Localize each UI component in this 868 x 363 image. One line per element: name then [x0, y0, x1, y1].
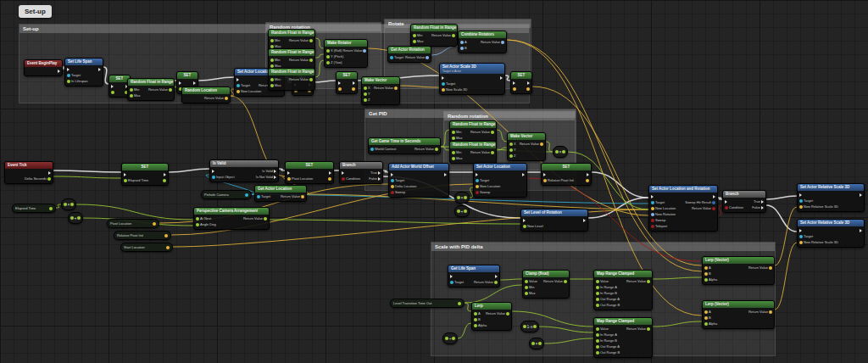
exec-pin[interactable]: [58, 70, 60, 73]
exec-pin[interactable]: [179, 81, 181, 85]
node-get-pinhole[interactable]: Pinhole Camera: [201, 190, 252, 199]
node-get-timeout[interactable]: Level Transition Time Out: [390, 299, 465, 308]
data-pin[interactable]: [704, 278, 708, 282]
data-pin[interactable]: [452, 157, 455, 160]
data-pin[interactable]: [364, 98, 367, 102]
data-pin[interactable]: [391, 191, 394, 194]
exec-pin[interactable]: [495, 275, 498, 278]
data-pin[interactable]: [270, 78, 274, 81]
data-pin[interactable]: [364, 87, 367, 90]
data-pin[interactable]: [526, 87, 530, 91]
data-pin[interactable]: [525, 286, 528, 289]
data-pin[interactable]: [533, 325, 537, 328]
node-set-actor-location-2[interactable]: Set Actor LocationTargetNew LocationSwee…: [473, 163, 527, 198]
data-pin[interactable]: [464, 209, 467, 213]
data-pin[interactable]: [651, 225, 654, 228]
node-event-beginplay[interactable]: Event BeginPlay: [24, 59, 63, 76]
node-set-relative-scale-1[interactable]: Set Actor Relative Scale 3DTargetNew Rel…: [797, 183, 865, 212]
data-pin[interactable]: [442, 88, 445, 92]
exec-pin[interactable]: [48, 171, 51, 175]
node-set-pivot[interactable]: SETPivot Location: [285, 161, 334, 184]
data-pin[interactable]: [64, 203, 67, 206]
node-branch-2[interactable]: BranchTrueConditionFalse: [722, 190, 766, 213]
data-pin[interactable]: [704, 266, 708, 270]
node-get-actor-rotation[interactable]: Get Actor RotationTargetReturn Value: [387, 46, 431, 63]
data-pin[interactable]: [474, 318, 477, 321]
data-pin[interactable]: [476, 191, 479, 194]
data-pin[interactable]: [513, 87, 516, 91]
exec-pin[interactable]: [860, 229, 862, 232]
data-pin[interactable]: [326, 49, 330, 53]
data-pin[interactable]: [212, 176, 215, 179]
data-pin[interactable]: [124, 179, 127, 182]
node-set-5[interactable]: SET: [510, 71, 532, 94]
exec-pin[interactable]: [378, 171, 381, 175]
exec-pin[interactable]: [799, 229, 802, 232]
data-pin[interactable]: [435, 148, 438, 151]
exec-pin[interactable]: [111, 85, 114, 88]
data-pin[interactable]: [596, 298, 599, 301]
data-pin[interactable]: [476, 185, 479, 188]
node-set-actor-location-rotation[interactable]: Set Actor Location and RotationTargetSwe…: [648, 185, 718, 232]
data-pin[interactable]: [363, 49, 366, 53]
data-pin[interactable]: [326, 55, 330, 59]
data-pin[interactable]: [457, 196, 460, 199]
exec-pin[interactable]: [523, 219, 526, 222]
data-pin[interactable]: [491, 151, 494, 154]
data-pin[interactable]: [287, 177, 291, 181]
data-pin[interactable]: [523, 225, 526, 228]
data-pin[interactable]: [712, 207, 715, 210]
data-pin[interactable]: [651, 201, 654, 204]
data-pin[interactable]: [596, 280, 599, 283]
node-lerp-vector-2[interactable]: Lerp (Vector)AReturn ValueBAlpha: [702, 300, 775, 329]
data-pin[interactable]: [264, 217, 267, 221]
node-multiply-2[interactable]: ×: [454, 192, 470, 204]
data-pin[interactable]: [196, 223, 199, 226]
data-pin[interactable]: [704, 316, 708, 320]
data-pin[interactable]: [49, 207, 53, 210]
node-random-location[interactable]: Random LocationReturn Value: [181, 87, 231, 103]
data-pin[interactable]: [270, 84, 274, 87]
node-map-range-1[interactable]: Map Range ClampedValueReturn ValueIn Ran…: [593, 270, 653, 310]
data-pin[interactable]: [270, 45, 274, 48]
data-pin[interactable]: [301, 195, 304, 198]
data-pin[interactable]: [506, 312, 509, 316]
node-set-level-rotation[interactable]: Set Level of RotationNew Level: [520, 209, 588, 232]
data-pin[interactable]: [328, 177, 331, 181]
node-set-relative-scale-2[interactable]: Set Actor Relative Scale 3DTargetNew Rel…: [797, 219, 865, 248]
exec-pin[interactable]: [761, 206, 764, 209]
data-pin[interactable]: [394, 87, 398, 90]
data-pin[interactable]: [799, 199, 803, 203]
node-map-range-2[interactable]: Map Range ClampedValueReturn ValueIn Ran…: [593, 317, 653, 358]
data-pin[interactable]: [509, 154, 513, 158]
data-pin[interactable]: [725, 206, 728, 209]
data-pin[interactable]: [647, 327, 650, 331]
data-pin[interactable]: [391, 179, 394, 182]
data-pin[interactable]: [540, 142, 543, 146]
node-get-pivot[interactable]: Pivot Location: [107, 219, 159, 228]
data-pin[interactable]: [413, 34, 416, 37]
node-set-life-span[interactable]: Set Life SpanTargetIn Lifespan: [64, 58, 103, 87]
data-pin[interactable]: [769, 266, 772, 270]
node-lerp-1[interactable]: LerpAReturn ValueBAlpha: [471, 302, 512, 331]
data-pin[interactable]: [474, 324, 477, 327]
data-pin[interactable]: [452, 34, 455, 37]
data-pin[interactable]: [309, 39, 313, 42]
data-pin[interactable]: [391, 185, 394, 188]
data-pin[interactable]: [77, 216, 81, 220]
exec-pin[interactable]: [353, 81, 355, 85]
data-pin[interactable]: [647, 280, 650, 283]
node-divide-1[interactable]: ÷: [442, 332, 458, 344]
data-pin[interactable]: [452, 137, 455, 140]
data-pin[interactable]: [130, 94, 133, 98]
node-get-relative-pivot[interactable]: Relative Pivot Init: [114, 231, 171, 240]
node-one-minus[interactable]: 1-x: [520, 321, 539, 332]
data-pin[interactable]: [67, 74, 70, 77]
data-pin[interactable]: [309, 78, 313, 81]
data-pin[interactable]: [364, 92, 367, 96]
exec-pin[interactable]: [450, 275, 453, 278]
data-pin[interactable]: [270, 59, 274, 62]
data-pin[interactable]: [460, 47, 464, 50]
node-lerp-vector-1[interactable]: Lerp (Vector)AReturn ValueBAlpha: [702, 256, 775, 285]
data-pin[interactable]: [458, 302, 461, 305]
